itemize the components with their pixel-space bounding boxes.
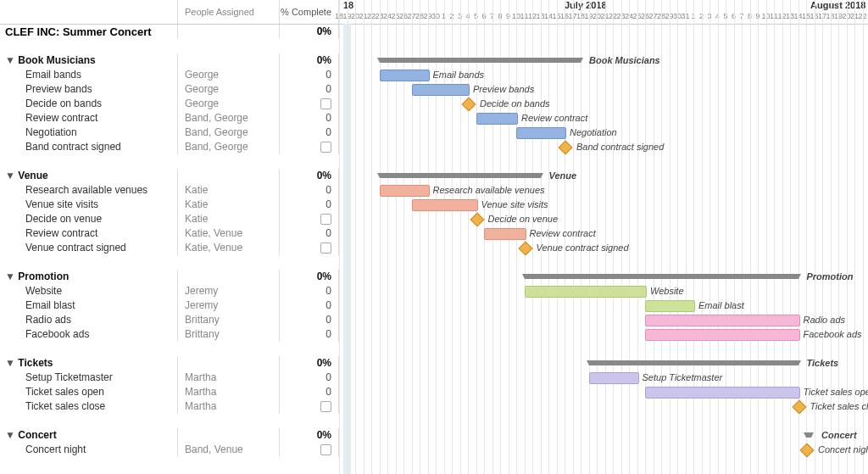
group-bar-label: Tickets — [807, 356, 839, 371]
task-row[interactable]: Facebook adsBrittany0Facebook ads — [0, 327, 868, 342]
group-bar[interactable] — [525, 274, 798, 279]
complete-checkbox[interactable] — [320, 98, 331, 109]
group-bar[interactable] — [380, 173, 541, 178]
complete-checkbox[interactable] — [320, 243, 331, 254]
task-row[interactable]: Setup TicketmasterMartha0Setup Ticketmas… — [0, 371, 868, 385]
disclosure-icon[interactable]: ▼ — [5, 428, 14, 443]
task-bar-label: Venue site visits — [481, 198, 548, 212]
task-bar[interactable] — [645, 387, 800, 399]
complete-checkbox[interactable] — [320, 214, 331, 225]
group-bar[interactable] — [380, 58, 581, 63]
task-bar-label: Negotiation — [570, 125, 617, 140]
task-row[interactable]: Ticket sales closeMarthaTicket sales clo… — [0, 399, 868, 414]
task-bar-label: Preview bands — [473, 82, 534, 97]
task-bar[interactable] — [645, 300, 695, 312]
task-row[interactable]: Email bandsGeorge0Email bands — [0, 68, 868, 82]
complete-checkbox[interactable] — [320, 401, 331, 412]
milestone-icon[interactable] — [518, 242, 532, 255]
task-bar-label: Ticket sales close — [810, 399, 869, 414]
task-row[interactable]: Venue site visitsKatie0Venue site visits — [0, 198, 868, 212]
task-row[interactable]: Preview bandsGeorge0Preview bands — [0, 82, 868, 97]
milestone-icon[interactable] — [470, 213, 484, 226]
group-bar[interactable] — [589, 360, 798, 365]
task-row[interactable]: Decide on venueKatieDecide on venue — [0, 212, 868, 226]
task-bar[interactable] — [380, 70, 430, 81]
task-bar[interactable] — [589, 372, 639, 384]
task-bar-label: Ticket sales open — [804, 385, 869, 399]
task-bar-label: Band contract signed — [576, 140, 664, 154]
milestone-icon[interactable] — [792, 400, 806, 414]
task-bar[interactable] — [525, 286, 648, 298]
group-bar-label: Concert — [821, 428, 857, 443]
group-book-musicians[interactable]: ▼ Book Musicians0%Book Musicians — [0, 53, 868, 68]
task-row[interactable]: Email blastJeremy0Email blast — [0, 298, 868, 313]
task-bar-label: Decide on venue — [488, 212, 559, 226]
group-bar-label: Promotion — [807, 270, 854, 284]
task-bar-label: Setup Ticketmaster — [643, 371, 723, 385]
column-headers: People Assigned % Complete — [0, 0, 868, 25]
disclosure-icon[interactable]: ▼ — [5, 270, 14, 284]
task-bar-label: Venue contract signed — [537, 241, 629, 255]
task-bar-label: Email blast — [698, 298, 744, 313]
group-concert[interactable]: ▼ Concert0%Concert — [0, 428, 868, 443]
task-row[interactable]: Radio adsBrittany0Radio ads — [0, 313, 868, 327]
task-bar-label: Review contract — [530, 226, 596, 241]
task-bar-label: Email bands — [433, 68, 485, 82]
task-row[interactable]: NegotiationBand, George0Negotiation — [0, 125, 868, 140]
milestone-icon[interactable] — [462, 98, 476, 111]
task-bar-label: Review contract — [521, 111, 587, 125]
task-row[interactable]: Ticket sales openMartha0Ticket sales ope… — [0, 385, 868, 399]
task-bar[interactable] — [380, 185, 430, 197]
task-bar[interactable] — [645, 329, 800, 341]
task-bar-label: Radio ads — [804, 313, 846, 327]
task-row[interactable]: Venue contract signedKatie, VenueVenue c… — [0, 241, 868, 255]
task-bar-label: Research available venues — [433, 183, 545, 198]
group-tickets[interactable]: ▼ Tickets0%Tickets — [0, 356, 868, 371]
task-row[interactable]: Review contractBand, George0Review contr… — [0, 111, 868, 125]
task-bar-label: Concert night — [818, 443, 868, 457]
task-bar[interactable] — [516, 127, 566, 139]
project-title-row: CLEF INC: Summer Concert0% — [0, 25, 868, 39]
task-bar-label: Website — [650, 284, 684, 298]
task-bar-label: Facebook ads — [804, 327, 862, 342]
disclosure-icon[interactable]: ▼ — [5, 356, 14, 371]
milestone-icon[interactable] — [559, 141, 573, 154]
complete-checkbox[interactable] — [320, 444, 331, 455]
task-row[interactable]: Review contractKatie, Venue0Review contr… — [0, 226, 868, 241]
group-bar-label: Venue — [549, 169, 577, 183]
disclosure-icon[interactable]: ▼ — [5, 53, 14, 68]
group-venue[interactable]: ▼ Venue0%Venue — [0, 169, 868, 183]
task-row[interactable]: Research available venuesKatie0Research … — [0, 183, 868, 198]
task-row[interactable]: Concert nightBand, VenueConcert night — [0, 443, 868, 457]
task-row[interactable]: WebsiteJeremy0Website — [0, 284, 868, 298]
complete-checkbox[interactable] — [320, 142, 331, 153]
task-bar[interactable] — [412, 84, 470, 96]
group-promotion[interactable]: ▼ Promotion0%Promotion — [0, 270, 868, 284]
task-bar-label: Decide on bands — [480, 97, 550, 111]
task-row[interactable]: Decide on bandsGeorgeDecide on bands — [0, 97, 868, 111]
task-bar[interactable] — [476, 113, 519, 125]
disclosure-icon[interactable]: ▼ — [5, 169, 14, 183]
task-bar[interactable] — [412, 199, 478, 211]
milestone-icon[interactable] — [800, 443, 815, 457]
task-bar[interactable] — [645, 315, 800, 326]
task-row[interactable]: Band contract signedBand, GeorgeBand con… — [0, 140, 868, 154]
group-bar-label: Book Musicians — [589, 53, 660, 68]
task-bar[interactable] — [484, 228, 526, 240]
group-bar[interactable] — [806, 432, 811, 438]
